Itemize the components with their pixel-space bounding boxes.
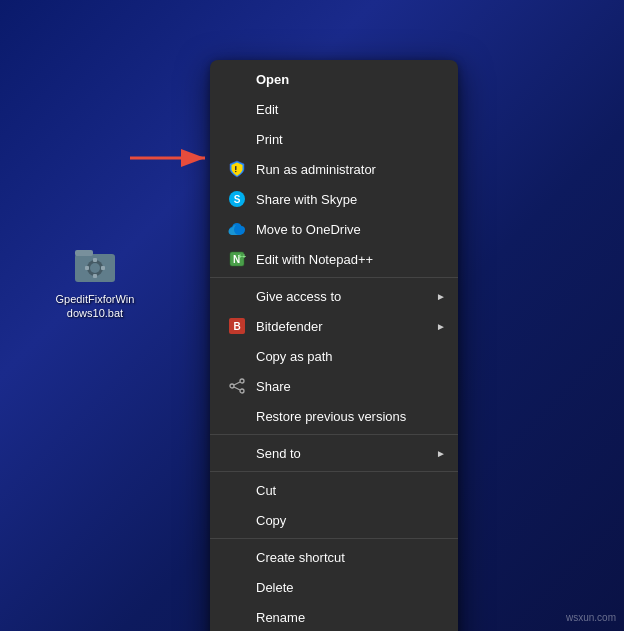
watermark-text: wsxun.com	[566, 612, 616, 623]
separator-1	[210, 277, 458, 278]
menu-item-share[interactable]: Share	[210, 371, 458, 401]
menu-item-bitdefender[interactable]: B Bitdefender ►	[210, 311, 458, 341]
sendto-arrow: ►	[436, 448, 446, 459]
menu-item-send-to[interactable]: Send to ►	[210, 438, 458, 468]
menu-item-give-access[interactable]: Give access to ►	[210, 281, 458, 311]
onedrive-icon	[226, 219, 248, 239]
bitdefender-icon: B	[226, 316, 248, 336]
menu-item-rename[interactable]: Rename	[210, 602, 458, 631]
menu-item-delete[interactable]: Delete	[210, 572, 458, 602]
svg-point-3	[90, 263, 100, 273]
svg-point-16	[230, 384, 234, 388]
svg-rect-6	[85, 266, 89, 270]
open-icon	[226, 69, 248, 89]
annotation-arrow	[130, 143, 220, 173]
rename-icon	[226, 607, 248, 627]
menu-item-cut[interactable]: Cut	[210, 475, 458, 505]
svg-point-11	[235, 171, 237, 173]
menu-item-restore[interactable]: Restore previous versions	[210, 401, 458, 431]
svg-rect-7	[101, 266, 105, 270]
skype-icon: S	[226, 189, 248, 209]
bitdefender-arrow: ►	[436, 321, 446, 332]
menu-item-copy-path[interactable]: Copy as path	[210, 341, 458, 371]
send-to-icon	[226, 443, 248, 463]
desktop-icon[interactable]: GpeditFixforWindows10.bat	[55, 240, 135, 321]
svg-text:++: ++	[238, 253, 246, 260]
menu-item-create-shortcut[interactable]: Create shortcut	[210, 542, 458, 572]
menu-item-print[interactable]: Print	[210, 124, 458, 154]
print-icon	[226, 129, 248, 149]
desktop-icon-label: GpeditFixforWindows10.bat	[55, 292, 135, 321]
delete-icon	[226, 577, 248, 597]
svg-line-19	[234, 387, 240, 390]
svg-rect-10	[235, 166, 237, 170]
restore-icon	[226, 406, 248, 426]
desktop-icon-image	[71, 240, 119, 288]
menu-item-notepadpp[interactable]: N ++ Edit with Notepad++	[210, 244, 458, 274]
svg-point-17	[240, 389, 244, 393]
svg-line-18	[234, 382, 240, 385]
copy-path-icon	[226, 346, 248, 366]
context-menu: Open Edit Print Run as administrator S S…	[210, 60, 458, 631]
give-access-icon	[226, 286, 248, 306]
menu-item-copy[interactable]: Copy	[210, 505, 458, 535]
submenu-arrow: ►	[436, 291, 446, 302]
shield-run-icon	[226, 159, 248, 179]
svg-rect-4	[93, 258, 97, 262]
edit-icon	[226, 99, 248, 119]
menu-item-edit[interactable]: Edit	[210, 94, 458, 124]
notepadpp-icon: N ++	[226, 249, 248, 269]
svg-point-15	[240, 379, 244, 383]
create-shortcut-icon	[226, 547, 248, 567]
menu-item-share-skype[interactable]: S Share with Skype	[210, 184, 458, 214]
menu-item-open[interactable]: Open	[210, 64, 458, 94]
cut-icon	[226, 480, 248, 500]
separator-4	[210, 538, 458, 539]
share-icon	[226, 376, 248, 396]
svg-rect-1	[75, 250, 93, 256]
menu-item-run-as-admin[interactable]: Run as administrator	[210, 154, 458, 184]
svg-rect-5	[93, 274, 97, 278]
separator-3	[210, 471, 458, 472]
menu-item-onedrive[interactable]: Move to OneDrive	[210, 214, 458, 244]
copy-icon	[226, 510, 248, 530]
separator-2	[210, 434, 458, 435]
